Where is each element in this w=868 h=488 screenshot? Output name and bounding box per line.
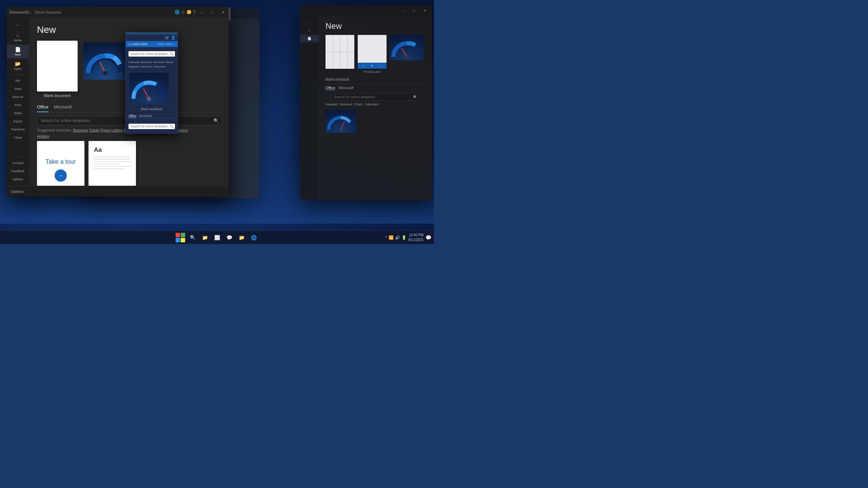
cell3 bbox=[340, 35, 347, 52]
battery-icon[interactable]: 🔋 bbox=[401, 235, 407, 240]
title-bar-left: DocumentS... Steve Dispansa bbox=[9, 10, 61, 14]
right-tab-office[interactable]: Office bbox=[326, 86, 335, 90]
user-icon[interactable]: 👤 bbox=[171, 36, 176, 40]
sidebar-item-new[interactable]: 📄 New bbox=[7, 45, 29, 58]
popup-tab-microsoft[interactable]: Microsoft bbox=[139, 114, 152, 118]
popup-chip-education[interactable]: Education bbox=[154, 65, 166, 68]
search-icon: 🔍 bbox=[214, 118, 219, 123]
cart-icon[interactable]: 🛒 bbox=[165, 36, 170, 40]
right-sidebar-back[interactable]: ← bbox=[300, 19, 319, 26]
notification-icon[interactable]: 💬 bbox=[426, 235, 431, 240]
systray-time[interactable]: 12:40 PM 8/11/2021 bbox=[409, 233, 424, 242]
right-sidebar-new[interactable]: 📄 bbox=[300, 35, 319, 42]
learn-more-link[interactable]: Learn more › bbox=[157, 42, 175, 46]
sidebar-item-feedback[interactable]: Feedback bbox=[7, 167, 29, 175]
windows-key-button[interactable] bbox=[175, 232, 186, 243]
sidebar-item-close[interactable]: Close bbox=[7, 134, 29, 141]
suggested-flyers[interactable]: Flyers bbox=[100, 128, 111, 132]
excel-chip-charts[interactable]: Charts bbox=[354, 103, 363, 106]
popup-search-bar[interactable]: 🔍 bbox=[129, 51, 175, 57]
options-bar: Options bbox=[7, 186, 231, 197]
right-tab-microsoft[interactable]: Microsoft bbox=[339, 86, 354, 90]
close-button[interactable]: ✕ bbox=[218, 9, 228, 16]
sidebar-item-open[interactable]: 📂 Open bbox=[7, 59, 29, 73]
file-explorer-button[interactable]: 📁 bbox=[199, 232, 210, 243]
right-sidebar-home[interactable]: ⌂ bbox=[300, 27, 319, 34]
explorer-button[interactable]: 📁 bbox=[236, 232, 247, 243]
popup-chip-featured[interactable]: Featured bbox=[129, 61, 139, 64]
task-view-button[interactable]: ⬜ bbox=[212, 232, 222, 243]
popup-chip-diagrams[interactable]: Diagrams bbox=[129, 65, 140, 68]
right-thumb-row2 bbox=[326, 109, 426, 133]
right-blank-workbook[interactable] bbox=[326, 35, 354, 69]
sidebar-back-button[interactable]: ← bbox=[7, 20, 29, 30]
sidebar-transform-label: Transform bbox=[11, 128, 25, 131]
sidebar-item-home[interactable]: ⌂ Home bbox=[7, 30, 29, 44]
popup-search-input-bottom[interactable]: 🔍 bbox=[129, 124, 175, 129]
right-close[interactable]: ✕ bbox=[420, 7, 430, 14]
excel-chip-personal[interactable]: Personal bbox=[340, 103, 352, 106]
suggested-holiday-link[interactable]: Holiday bbox=[37, 134, 50, 138]
search-taskbar-icon: 🔍 bbox=[190, 235, 196, 240]
volume-icon[interactable]: 🔊 bbox=[395, 235, 400, 240]
sidebar-item-save[interactable]: Save bbox=[7, 85, 29, 93]
file-explorer-icon: 📁 bbox=[202, 235, 208, 240]
right-filter-chips: Featured Personal Charts Calendars bbox=[326, 103, 426, 106]
template-card-lined[interactable]: Aa Single spaced (blank) bbox=[88, 141, 136, 186]
teams-button[interactable]: 💬 bbox=[224, 232, 235, 243]
help-icon[interactable]: ? bbox=[193, 10, 195, 15]
edge-button[interactable]: 🌐 bbox=[248, 232, 259, 243]
template-card-tour[interactable]: Take a tour → Welcome to Word bbox=[37, 141, 84, 186]
scroll-track[interactable] bbox=[229, 18, 231, 186]
suggested-business[interactable]: Business bbox=[73, 128, 88, 132]
popup-search-input-2[interactable] bbox=[131, 125, 169, 128]
sidebar-item-account[interactable]: Account bbox=[7, 159, 29, 167]
popup-search-input[interactable] bbox=[131, 52, 169, 56]
tab-office[interactable]: Office bbox=[37, 104, 48, 112]
right-minimize[interactable]: – bbox=[398, 7, 408, 14]
popup-chip-charts[interactable]: Charts bbox=[165, 61, 173, 64]
sidebar-item-transform[interactable]: Transform bbox=[7, 126, 29, 133]
right-excel-search[interactable]: 🔍 bbox=[331, 94, 420, 101]
star-icon-small[interactable]: ☆ bbox=[362, 64, 364, 67]
blank-doc-card[interactable]: Blank document bbox=[37, 41, 78, 98]
excel-chip-calendars[interactable]: Calendars bbox=[365, 103, 379, 106]
options-label[interactable]: Options bbox=[11, 189, 24, 194]
popup-chip-business2[interactable]: Business bbox=[141, 65, 152, 68]
share-icon-small[interactable]: ⟳ bbox=[371, 64, 373, 67]
taskbar-right: ^ 📶 🔊 🔋 12:40 PM 8/11/2021 💬 bbox=[385, 233, 431, 242]
right-thumb-row: ☆ ⟳ ··· TF16411242 bbox=[326, 35, 426, 74]
chevron-up-icon[interactable]: ^ bbox=[385, 235, 387, 240]
globe-icon[interactable]: 🌐 bbox=[175, 10, 180, 15]
wifi-icon[interactable]: 📶 bbox=[389, 235, 394, 240]
sidebar-item-share[interactable]: Share bbox=[7, 109, 29, 117]
excel-chip-featured[interactable]: Featured bbox=[326, 103, 338, 106]
right-back-icon: ← bbox=[308, 21, 311, 24]
new-doc-icon: 📄 bbox=[15, 47, 21, 52]
right-excel-search-input[interactable] bbox=[334, 95, 411, 99]
sidebar-item-info[interactable]: Info bbox=[7, 77, 29, 84]
sidebar-item-print[interactable]: Print bbox=[7, 101, 29, 109]
tab-microsoft[interactable]: Microsoft bbox=[54, 104, 72, 112]
popup-tab-office[interactable]: Office bbox=[129, 114, 136, 118]
tour-arrow-button[interactable]: → bbox=[55, 169, 67, 182]
right-template-id-card[interactable]: ☆ ⟳ ··· TF16411242 bbox=[358, 35, 387, 74]
popup-chip-business[interactable]: Business bbox=[141, 61, 152, 64]
search-taskbar-button[interactable]: 🔍 bbox=[187, 232, 198, 243]
sidebar-item-save-as[interactable]: Save As bbox=[7, 93, 29, 101]
suggested-cards[interactable]: Cards bbox=[89, 128, 99, 132]
minimize-button[interactable]: – bbox=[197, 9, 206, 16]
suggested-letters[interactable]: Letters bbox=[112, 128, 123, 132]
popup-chip-personal[interactable]: Personal bbox=[153, 61, 164, 64]
sidebar-item-export[interactable]: Export bbox=[7, 118, 29, 125]
cell7 bbox=[340, 52, 347, 69]
title-bar-main: DocumentS... Steve Dispansa 🌐 ☺ 😊 ? – □ … bbox=[7, 7, 231, 18]
right-maximize[interactable]: □ bbox=[409, 7, 419, 14]
emoji-icon[interactable]: 😊 bbox=[186, 10, 192, 15]
smile-icon[interactable]: ☺ bbox=[181, 10, 185, 15]
sidebar-item-options[interactable]: Options bbox=[7, 176, 29, 183]
template-line-3 bbox=[94, 161, 131, 162]
dots-icon-small[interactable]: ··· bbox=[380, 64, 382, 67]
scroll-thumb[interactable] bbox=[229, 18, 231, 20]
maximize-button[interactable]: □ bbox=[208, 9, 217, 16]
